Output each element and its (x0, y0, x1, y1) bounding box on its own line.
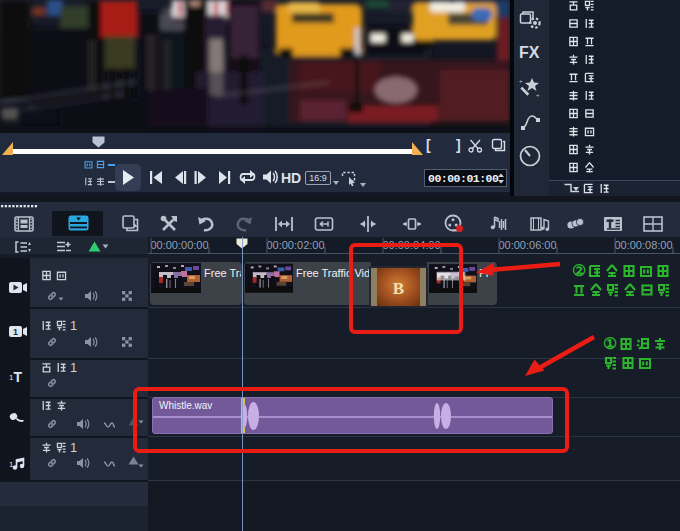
svg-text:T: T (14, 369, 23, 384)
svg-text:1: 1 (13, 327, 18, 337)
svg-text:+: + (519, 78, 523, 84)
svg-text:+: + (536, 92, 540, 98)
